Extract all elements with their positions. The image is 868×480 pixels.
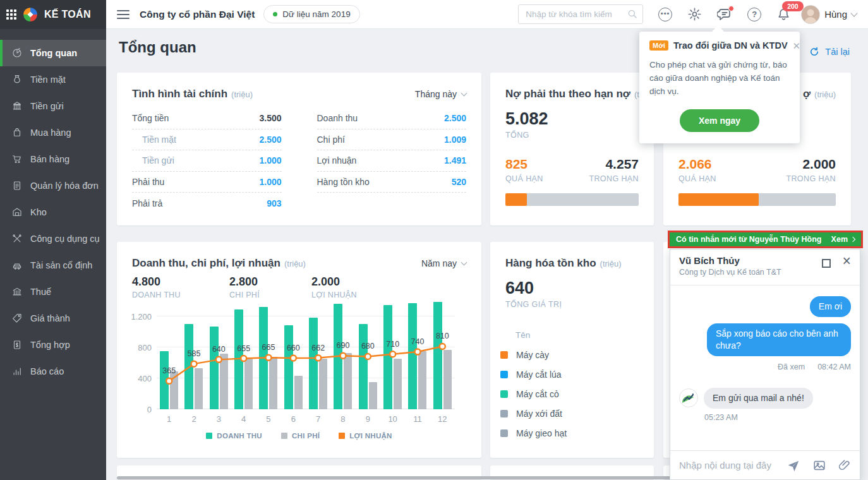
x-axis-tick: 8 — [330, 414, 355, 424]
sidebar-item-mua-hàng[interactable]: Mua hàng — [0, 119, 106, 146]
sidebar-item-công-cụ-dụng-cụ[interactable]: Công cụ dụng cụ — [0, 225, 106, 252]
sidebar-item-bán-hàng[interactable]: Bán hàng — [0, 146, 106, 172]
page-title: Tổng quan — [119, 39, 196, 56]
sidebar-item-kho[interactable]: Kho — [0, 199, 106, 225]
sidebar-item-quản-lý-hóa-đơn[interactable]: Quản lý hóa đơn — [0, 172, 106, 199]
card-unit: (triệu) — [814, 90, 836, 99]
inventory-item: Máy cày — [500, 345, 654, 364]
sidebar-item-tiền-mặt[interactable]: Tiền mặt — [0, 66, 106, 93]
pie-chart-icon — [11, 47, 23, 59]
topbar-icons: ••• ? 200 — [658, 7, 791, 22]
overdue-label: QUÁ HẠN — [678, 174, 716, 183]
chevron-down-icon — [850, 9, 857, 16]
sidebar-item-báo-cáo[interactable]: Báo cáo — [0, 358, 106, 385]
in-term-label: TRONG HẠN — [589, 174, 639, 183]
finance-row: Hàng tồn kho520 — [317, 172, 467, 193]
x-axis-tick: 10 — [380, 414, 405, 424]
y-axis-tick: 400 — [124, 374, 152, 383]
paperclip-icon[interactable] — [838, 459, 851, 472]
chart-stats: 4.800 DOANH THU 2.800 CHI PHÍ 2.000 LỢI … — [117, 270, 481, 299]
fixed-asset-icon — [11, 260, 23, 271]
inventory-item: Máy cắt lúa — [500, 364, 654, 384]
x-axis-tick: 5 — [256, 414, 280, 424]
sidebar-item-label: Tài sản cố định — [30, 260, 92, 270]
image-attach-icon[interactable] — [812, 459, 826, 472]
legend-item: DOANH THU — [206, 432, 262, 440]
data-year-selector[interactable]: Dữ liệu năm 2019 — [263, 5, 359, 23]
x-axis-tick: 9 — [356, 414, 380, 424]
legend-swatch-icon — [339, 433, 345, 439]
in-term-value: 4.257 — [589, 157, 639, 172]
app-brand: KẾ TOÁN — [0, 0, 106, 29]
menu-toggle-icon[interactable] — [117, 8, 130, 21]
send-icon[interactable] — [787, 459, 800, 472]
sidebar-item-tổng-hợp[interactable]: Tổng hợp — [0, 332, 106, 358]
user-menu[interactable]: Hùng — [801, 5, 857, 24]
reload-button[interactable]: Tải lại — [809, 46, 850, 57]
chat-header: Vũ Bích Thủy Công ty Dịch vụ Kế toán T&T… — [670, 249, 860, 285]
new-message-banner[interactable]: Có tin nhắn mới từ Nguyễn Thúy Hồng Xem — [668, 231, 863, 248]
overdue-stat: 2.066 QUÁ HẠN — [678, 157, 716, 183]
chat-input-bar — [670, 450, 860, 479]
search-icon[interactable] — [627, 8, 638, 20]
finance-row: Tổng tiền3.500 — [132, 108, 282, 129]
x-axis-tick: 12 — [430, 414, 455, 424]
view-now-button[interactable]: Xem ngay — [680, 109, 759, 132]
sidebar-item-label: Tổng hợp — [30, 340, 70, 350]
svg-text:365: 365 — [162, 366, 176, 375]
card-unit: (triệu) — [231, 90, 253, 99]
finance-row-label: Doanh thu — [317, 113, 358, 123]
new-badge: Mới — [649, 40, 668, 51]
legend-item: CHI PHÍ — [281, 432, 320, 440]
popup-body: Cho phép chat và gửi chứng từ, báo cáo g… — [649, 59, 790, 99]
in-term-value: 2.000 — [786, 157, 836, 172]
finance-row-value: 2.500 — [259, 135, 281, 145]
sidebar-item-label: Công cụ dụng cụ — [30, 234, 100, 244]
total-value: 640 — [490, 270, 654, 298]
horizontal-scrollbar[interactable] — [117, 476, 672, 479]
period-label: Tháng này — [415, 89, 457, 99]
close-icon[interactable]: × — [843, 254, 851, 268]
inventory-card: Hàng hóa tồn kho (triệu) 640 TỔNG GIÁ TR… — [490, 242, 654, 458]
color-swatch-icon — [500, 390, 508, 398]
notifications-bell-icon[interactable]: 200 — [776, 7, 791, 21]
period-selector[interactable]: Tháng này — [415, 89, 466, 99]
finance-row-value: 903 — [267, 198, 281, 208]
outgoing-message: Sắp xong báo cáo cho bên anh chưa? — [707, 323, 851, 356]
more-options-icon[interactable]: ••• — [658, 8, 672, 21]
chat-message-input[interactable] — [679, 460, 775, 471]
y-axis-tick: 1.200 — [124, 312, 152, 321]
maximize-icon[interactable] — [822, 259, 831, 268]
chat-messages-icon[interactable] — [717, 7, 732, 22]
sidebar-item-giá-thành[interactable]: Giá thành — [0, 305, 106, 332]
total-label: TỔNG — [490, 129, 654, 140]
sidebar-item-tổng-quan[interactable]: Tổng quan — [0, 40, 106, 66]
stat-profit: 2.000 LỢI NHUẬN — [311, 275, 409, 299]
bank-deposit-icon — [11, 100, 23, 112]
period-selector[interactable]: Năm nay — [421, 258, 466, 268]
bar-line-chart: 04008001.2003655856406556656606626906807… — [157, 301, 455, 409]
message-status: Đã xem 08:42 AM — [679, 363, 851, 371]
svg-text:690: 690 — [337, 341, 350, 350]
in-term-label: TRONG HẠN — [786, 174, 836, 183]
color-swatch-icon — [500, 429, 508, 437]
finance-row-label: Tổng tiền — [132, 113, 169, 123]
finance-row-label: Tiền gửi — [132, 155, 174, 165]
invoice-icon — [11, 180, 23, 191]
x-axis-tick: 7 — [306, 414, 330, 424]
sidebar-item-tài-sản-cố-định[interactable]: Tài sản cố định — [0, 252, 106, 279]
user-avatar[interactable] — [801, 5, 820, 24]
app-grid-icon[interactable] — [6, 9, 16, 20]
settings-gear-icon[interactable] — [687, 7, 702, 21]
search-input[interactable] — [518, 4, 643, 24]
card-title-fragment: ợ — [803, 88, 811, 100]
finance-row-value: 3.500 — [259, 113, 281, 123]
sidebar-item-tiền-gửi[interactable]: Tiền gửi — [0, 93, 106, 119]
finance-row-label: Phải trả — [132, 198, 162, 208]
close-icon[interactable]: ✕ — [793, 41, 801, 51]
sidebar-item-label: Tiền gửi — [30, 101, 64, 111]
sidebar-item-thuế[interactable]: Thuế — [0, 279, 106, 305]
banner-view-link[interactable]: Xem — [831, 235, 855, 244]
help-icon[interactable]: ? — [747, 8, 761, 21]
legend-item: LỢI NHUẬN — [339, 432, 392, 440]
